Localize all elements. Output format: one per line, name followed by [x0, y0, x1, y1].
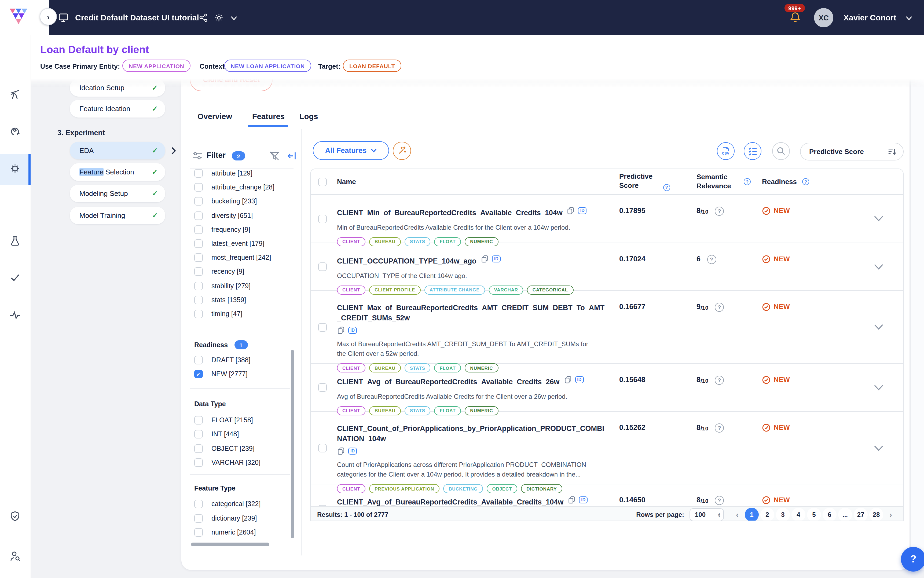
avatar[interactable]: XC: [814, 8, 833, 28]
filter-option-stability[interactable]: stability [279]: [190, 281, 251, 291]
checkbox[interactable]: [194, 514, 203, 523]
copy-icon[interactable]: [337, 447, 345, 455]
filter-option-stats[interactable]: stats [1359]: [190, 295, 246, 305]
checkbox[interactable]: [194, 226, 203, 234]
checkbox-checked[interactable]: ✓: [194, 370, 203, 378]
filter-option-draft[interactable]: DRAFT [388]: [190, 355, 250, 365]
checkbox[interactable]: [194, 267, 203, 276]
copy-icon[interactable]: [567, 207, 575, 215]
feature-name[interactable]: CLIENT_Avg_of_BureauReportedCredits_Avai…: [337, 498, 563, 506]
table-row[interactable]: CLIENT_Count_of_PriorApplications_by_Pri…: [311, 412, 903, 485]
expand-row-chevron-icon[interactable]: [874, 264, 883, 270]
checkbox[interactable]: [194, 169, 203, 178]
filter-option-recency[interactable]: recency [9]: [190, 267, 244, 276]
expand-row-chevron-icon[interactable]: [874, 324, 883, 330]
brainstorm-icon[interactable]: [9, 125, 21, 137]
filter-option-dictionary[interactable]: dictionary [239]: [190, 514, 257, 523]
rows-per-page-input[interactable]: 100 ▴▾: [689, 508, 724, 521]
page-button-27[interactable]: 27: [854, 507, 868, 521]
page-button-6[interactable]: 6: [823, 507, 836, 521]
row-checkbox[interactable]: [318, 263, 327, 271]
row-checkbox[interactable]: [318, 444, 327, 452]
filter-option-attribute-change[interactable]: attribute_change [28]: [190, 182, 274, 192]
table-row[interactable]: CLIENT_Avg_of_BureauReportedCredits_Avai…: [311, 364, 903, 412]
table-row[interactable]: CLIENT_Min_of_BureauReportedCredits_Avai…: [311, 195, 903, 243]
help-icon[interactable]: ?: [802, 178, 809, 185]
column-header-semantic-relevance[interactable]: Semantic Relevance?: [697, 172, 762, 191]
notifications-bell-icon[interactable]: [789, 11, 802, 25]
filter-vertical-scrollbar[interactable]: [291, 350, 294, 538]
checkbox[interactable]: [194, 430, 203, 438]
row-checkbox[interactable]: [318, 505, 327, 506]
help-icon[interactable]: ?: [744, 178, 751, 185]
previous-page-button[interactable]: ‹: [731, 507, 743, 521]
copy-icon[interactable]: [337, 326, 345, 334]
share-icon[interactable]: [199, 13, 208, 23]
magic-wand-button[interactable]: [393, 142, 411, 160]
filter-option-object[interactable]: OBJECT [239]: [190, 444, 255, 453]
filter-option-most-frequent[interactable]: most_frequent [242]: [190, 253, 271, 263]
filter-option-diversity[interactable]: diversity [651]: [190, 211, 253, 221]
checkbox[interactable]: [194, 183, 203, 192]
tab-overview[interactable]: Overview: [198, 112, 232, 121]
filter-option-int[interactable]: INT [448]: [190, 429, 239, 439]
column-header-readiness[interactable]: Readiness?: [762, 178, 853, 186]
sidebar-item-feature-ideation[interactable]: Feature Ideation ✓: [70, 100, 165, 117]
expand-row-chevron-icon[interactable]: [874, 216, 883, 222]
sort-by-dropdown[interactable]: Predictive Score: [800, 143, 904, 161]
filter-option-categorical[interactable]: categorical [322]: [190, 499, 261, 509]
feature-name[interactable]: CLIENT_Min_of_BureauReportedCredits_Avai…: [337, 209, 563, 217]
checkbox[interactable]: [194, 211, 203, 220]
filter-option-timing[interactable]: timing [47]: [190, 309, 242, 319]
sidebar-item-modeling-setup[interactable]: Modeling Setup ✓: [70, 185, 165, 202]
column-header-predictive-score[interactable]: Predictive Score?: [619, 172, 697, 191]
page-button-28[interactable]: 28: [869, 507, 883, 521]
user-menu-chevron-icon[interactable]: [906, 16, 912, 20]
activity-pulse-icon[interactable]: [9, 309, 21, 321]
search-button[interactable]: [772, 142, 790, 160]
checkbox[interactable]: [194, 282, 203, 291]
user-search-icon[interactable]: [9, 550, 21, 562]
relevance-help-icon[interactable]: ?: [715, 424, 724, 433]
telescope-icon[interactable]: [9, 89, 21, 101]
checkbox[interactable]: [194, 500, 203, 508]
filter-option-bucketing[interactable]: bucketing [233]: [190, 196, 257, 206]
expand-row-chevron-icon[interactable]: [874, 385, 883, 390]
checkbox[interactable]: [194, 253, 203, 262]
id-icon[interactable]: ID: [348, 448, 357, 455]
stepper-arrows-icon[interactable]: ▴▾: [718, 512, 723, 517]
lightbulb-icon[interactable]: [9, 164, 21, 175]
page-button-3[interactable]: 3: [776, 507, 790, 521]
user-name[interactable]: Xavier Conort: [843, 13, 896, 22]
help-icon[interactable]: ?: [663, 184, 670, 191]
eda-expand-chevron-icon[interactable]: [171, 147, 177, 154]
copy-icon[interactable]: [568, 496, 576, 504]
table-row[interactable]: CLIENT_Avg_of_BureauReportedCredits_Avai…: [311, 485, 903, 506]
page-button-1[interactable]: 1: [745, 507, 759, 521]
row-checkbox[interactable]: [318, 214, 327, 223]
page-button-2[interactable]: 2: [760, 507, 774, 521]
feature-list-button[interactable]: [744, 142, 762, 160]
page-button-4[interactable]: 4: [791, 507, 806, 521]
relevance-help-icon[interactable]: ?: [715, 207, 724, 216]
shield-check-icon[interactable]: [9, 510, 21, 522]
row-checkbox[interactable]: [318, 323, 327, 331]
filter-option-frequency[interactable]: frequency [9]: [190, 225, 250, 235]
feature-name[interactable]: CLIENT_Avg_of_BureauReportedCredits_Avai…: [337, 378, 559, 386]
relevance-help-icon[interactable]: ?: [715, 303, 724, 312]
copy-icon[interactable]: [564, 376, 572, 384]
next-page-button[interactable]: ›: [885, 507, 896, 521]
sidebar-item-model-training[interactable]: Model Training ✓: [70, 207, 165, 224]
checkbox[interactable]: [194, 458, 203, 467]
sidebar-expand-button[interactable]: ›: [40, 8, 57, 25]
relevance-help-icon[interactable]: ?: [707, 255, 716, 264]
feature-name[interactable]: CLIENT_Max_of_BureauReportedCredits_AMT_…: [337, 304, 605, 322]
checkbox[interactable]: [194, 310, 203, 318]
id-icon[interactable]: ID: [575, 376, 584, 383]
checkbox[interactable]: [194, 239, 203, 248]
feature-name[interactable]: CLIENT_Count_of_PriorApplications_by_Pri…: [337, 424, 604, 443]
flask-icon[interactable]: [9, 235, 21, 247]
collapse-filter-panel-icon[interactable]: [287, 151, 297, 161]
filter-option-attribute[interactable]: attribute [129]: [190, 169, 253, 178]
filter-option-numeric[interactable]: numeric [2604]: [190, 528, 256, 537]
